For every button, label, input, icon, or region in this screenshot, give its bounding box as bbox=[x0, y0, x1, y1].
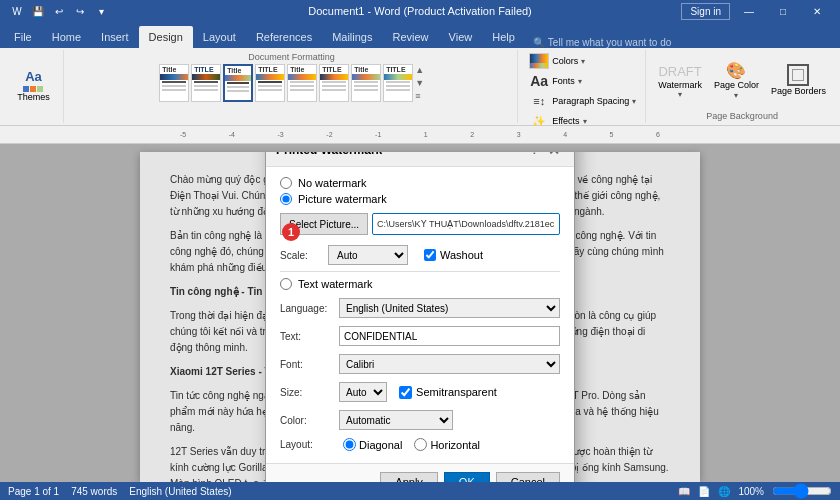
document-themes-row: Title TITLE Title TITLE bbox=[159, 64, 424, 102]
watermark-button[interactable]: DRAFT Watermark ▾ bbox=[654, 53, 706, 109]
theme-scroll-down[interactable]: ▼ bbox=[415, 78, 424, 88]
save-btn[interactable]: 💾 bbox=[29, 2, 47, 20]
tab-insert[interactable]: Insert bbox=[91, 26, 139, 48]
theme-item-1[interactable]: Title bbox=[159, 64, 189, 102]
horizontal-radio[interactable] bbox=[414, 438, 427, 451]
zoom-slider[interactable] bbox=[772, 483, 832, 499]
ok-button[interactable]: OK bbox=[444, 472, 490, 482]
tab-help[interactable]: Help bbox=[482, 26, 525, 48]
page-count: Page 1 of 1 bbox=[8, 486, 59, 497]
theme-item-2[interactable]: TITLE bbox=[191, 64, 221, 102]
dialog-body: No watermark Picture watermark Select Pi… bbox=[266, 167, 574, 463]
page-borders-button[interactable]: Page Borders bbox=[767, 53, 830, 109]
signin-button[interactable]: Sign in bbox=[681, 3, 730, 20]
customize-btn[interactable]: ▾ bbox=[92, 2, 110, 20]
page-color-icon: 🎨 bbox=[726, 61, 746, 80]
minimize-button[interactable]: — bbox=[734, 0, 764, 22]
title-bar-left: W 💾 ↩ ↪ ▾ bbox=[8, 2, 110, 20]
scale-select[interactable]: Auto bbox=[328, 245, 408, 265]
para-spacing-icon: ≡↕ bbox=[529, 95, 549, 107]
redo-btn[interactable]: ↪ bbox=[71, 2, 89, 20]
fonts-label: Fonts bbox=[552, 76, 575, 86]
zoom-level: 100% bbox=[738, 486, 764, 497]
theme-more[interactable]: ≡ bbox=[415, 91, 424, 101]
color-select[interactable]: Automatic bbox=[339, 410, 453, 430]
theme-item-4[interactable]: TITLE bbox=[255, 64, 285, 102]
tab-review[interactable]: Review bbox=[383, 26, 439, 48]
dialog-close-button[interactable]: ✕ bbox=[544, 152, 564, 160]
color-row: Color: Automatic bbox=[280, 410, 560, 430]
tab-view[interactable]: View bbox=[439, 26, 483, 48]
file-path-section: Select Picture... 1 bbox=[280, 213, 560, 235]
view-mode-print[interactable]: 📄 bbox=[698, 486, 710, 497]
no-watermark-radio[interactable] bbox=[280, 177, 292, 189]
tab-design[interactable]: Design bbox=[139, 26, 193, 48]
theme-scroll-up[interactable]: ▲ bbox=[415, 65, 424, 75]
horizontal-ruler: -5-4-3-2-1 123456 bbox=[0, 126, 840, 144]
tab-references[interactable]: References bbox=[246, 26, 322, 48]
dialog-help[interactable]: ? bbox=[531, 152, 538, 156]
picture-watermark-label: Picture watermark bbox=[298, 193, 387, 205]
printed-watermark-dialog: Printed Watermark ? ✕ No watermark bbox=[265, 152, 575, 482]
undo-btn[interactable]: ↩ bbox=[50, 2, 68, 20]
watermark-type-group: No watermark Picture watermark bbox=[280, 177, 560, 205]
diagonal-radio[interactable] bbox=[343, 438, 356, 451]
size-select[interactable]: Auto bbox=[339, 382, 387, 402]
cancel-button[interactable]: Cancel bbox=[496, 472, 560, 482]
text-watermark-label: Text watermark bbox=[298, 278, 373, 290]
maximize-button[interactable]: □ bbox=[768, 0, 798, 22]
theme-item-7[interactable]: Title bbox=[351, 64, 381, 102]
picture-watermark-radio[interactable] bbox=[280, 193, 292, 205]
view-mode-web[interactable]: 🌐 bbox=[718, 486, 730, 497]
themes-button[interactable]: Aa Themes bbox=[13, 58, 54, 114]
doc-formatting-title: Document Formatting bbox=[248, 52, 335, 62]
theme-item-6[interactable]: TITLE bbox=[319, 64, 349, 102]
theme-item-3[interactable]: Title bbox=[223, 64, 253, 102]
horizontal-option[interactable]: Horizontal bbox=[414, 438, 480, 451]
picture-watermark-option[interactable]: Picture watermark bbox=[280, 193, 560, 205]
ribbon-group-doc-formatting: Document Formatting Title TITLE Title bbox=[66, 50, 518, 123]
text-input[interactable] bbox=[339, 326, 560, 346]
language-select[interactable]: English (United States) bbox=[339, 298, 560, 318]
scale-row: Scale: Auto Washout bbox=[280, 245, 560, 265]
semitransparent-row: Semitransparent bbox=[399, 386, 497, 399]
ruler-marks: -5-4-3-2-1 123456 bbox=[160, 131, 680, 138]
fonts-dropdown: ▾ bbox=[578, 77, 582, 86]
tab-home[interactable]: Home bbox=[42, 26, 91, 48]
para-spacing-button[interactable]: ≡↕ Paragraph Spacing ▾ bbox=[526, 92, 639, 110]
word-icon: W bbox=[8, 2, 26, 20]
text-watermark-option[interactable]: Text watermark bbox=[280, 278, 560, 290]
ribbon-group-colors: Colors ▾ Aa Fonts ▾ ≡↕ Paragraph Spacing… bbox=[520, 50, 646, 123]
fonts-button[interactable]: Aa Fonts ▾ bbox=[526, 72, 585, 90]
colors-button[interactable]: Colors ▾ bbox=[526, 52, 588, 70]
apply-button[interactable]: Apply bbox=[380, 472, 438, 482]
dialog-footer: Apply OK Cancel 2 bbox=[266, 463, 574, 482]
tell-me-box[interactable]: 🔍 Tell me what you want to do bbox=[533, 37, 671, 48]
semitransparent-checkbox[interactable] bbox=[399, 386, 412, 399]
theme-item-8[interactable]: TITLE bbox=[383, 64, 413, 102]
close-button[interactable]: ✕ bbox=[802, 0, 832, 22]
ribbon-group-themes: Aa Themes bbox=[4, 50, 64, 123]
washout-checkbox[interactable] bbox=[424, 249, 436, 261]
diagonal-option[interactable]: Diagonal bbox=[343, 438, 402, 451]
para-spacing-label: Paragraph Spacing bbox=[552, 96, 629, 106]
text-watermark-fields: Language: English (United States) Text: … bbox=[280, 296, 560, 453]
watermark-dropdown: ▾ bbox=[678, 90, 682, 99]
effects-label: Effects bbox=[552, 116, 579, 126]
tab-layout[interactable]: Layout bbox=[193, 26, 246, 48]
window-title: Document1 - Word (Product Activation Fai… bbox=[308, 5, 532, 17]
no-watermark-option[interactable]: No watermark bbox=[280, 177, 560, 189]
file-path-input[interactable] bbox=[372, 213, 560, 235]
font-select[interactable]: Calibri bbox=[339, 354, 560, 374]
status-bar: Page 1 of 1 745 words English (United St… bbox=[0, 482, 840, 500]
semitransparent-label: Semitransparent bbox=[416, 386, 497, 398]
diagonal-label: Diagonal bbox=[359, 439, 402, 451]
dialog-overlay: Printed Watermark ? ✕ No watermark bbox=[140, 152, 700, 482]
tab-file[interactable]: File bbox=[4, 26, 42, 48]
view-mode-read[interactable]: 📖 bbox=[678, 486, 690, 497]
page-color-button[interactable]: 🎨 Page Color ▾ bbox=[710, 53, 763, 109]
text-watermark-radio[interactable] bbox=[280, 278, 292, 290]
tab-mailings[interactable]: Mailings bbox=[322, 26, 382, 48]
themes-items: Aa Themes bbox=[13, 52, 54, 119]
theme-item-5[interactable]: Title bbox=[287, 64, 317, 102]
